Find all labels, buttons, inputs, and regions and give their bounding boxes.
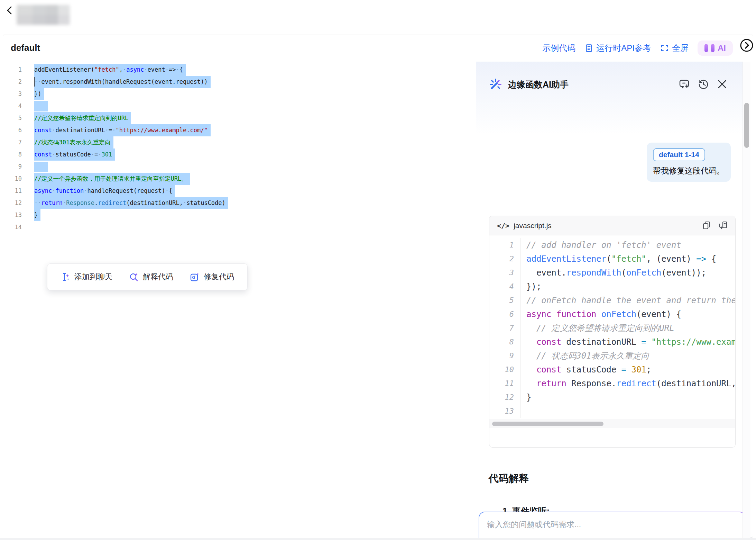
close-assistant-button[interactable] <box>716 78 728 90</box>
line-number[interactable]: 14 <box>3 221 25 233</box>
line-number[interactable]: 4 <box>3 100 25 112</box>
editor-line[interactable]: 13} <box>3 209 476 221</box>
assistant-code-card: </> javascript.js <box>489 216 736 448</box>
text-cursor <box>34 77 35 87</box>
user-message-bubble: default 1-14 帮我修复这段代码。 <box>647 143 731 182</box>
editor-line[interactable]: 1addEventListener("fetch",·async·event·=… <box>3 64 476 76</box>
editor-line[interactable]: 4 <box>3 100 476 112</box>
assistant-scrollbar[interactable] <box>743 62 750 538</box>
top-bar <box>0 0 756 35</box>
document-icon <box>584 44 593 53</box>
ai-badge-bar <box>704 44 708 52</box>
sample-code-link[interactable]: 示例代码 <box>542 43 575 54</box>
new-chat-icon <box>679 78 691 90</box>
line-number[interactable]: 8 <box>3 148 25 161</box>
editor-line[interactable]: 14 <box>3 221 476 233</box>
line-number: 3 <box>489 266 520 280</box>
insert-code-icon <box>718 221 728 230</box>
editor-line[interactable]: 7//状态码301表示永久重定向 <box>3 136 476 148</box>
editor-line[interactable]: 2··event.respondWith(handleRequest(event… <box>3 76 476 88</box>
close-icon <box>716 78 728 90</box>
circle-chevron-right-icon <box>739 38 754 53</box>
editor-line[interactable]: 3}) <box>3 88 476 100</box>
line-number[interactable]: 2 <box>3 76 25 88</box>
redacted-title-block <box>17 5 70 25</box>
line-number[interactable]: 11 <box>3 185 25 197</box>
fullscreen-icon <box>660 44 669 53</box>
new-chat-button[interactable] <box>679 78 691 90</box>
add-to-chat-button[interactable]: 添加到聊天 <box>61 272 112 282</box>
chat-input[interactable] <box>479 512 743 538</box>
back-button[interactable] <box>3 4 16 17</box>
editor-line[interactable]: 8const·statusCode·=·301 <box>3 148 476 161</box>
collapse-panel-button[interactable] <box>739 38 754 53</box>
assistant-code-line: 13 <box>489 404 735 418</box>
line-number[interactable]: 1 <box>3 64 25 76</box>
history-icon <box>698 78 709 90</box>
fix-code-button[interactable]: 修复代码 <box>190 272 234 282</box>
selection-toolbar: 添加到聊天 解释代码 修复代码 <box>47 263 248 290</box>
assistant-code-line: 5// onFetch handle the event and return … <box>489 294 735 307</box>
insert-code-button[interactable] <box>718 221 728 230</box>
fix-code-icon <box>190 272 200 282</box>
explanation-title: 代码解释 <box>489 472 529 486</box>
code-editor[interactable]: 1addEventListener("fetch",·async·event·=… <box>3 62 476 538</box>
line-number: 4 <box>489 280 520 294</box>
ai-assistant-panel: 边缘函数AI助手 <box>476 62 743 538</box>
fullscreen-link[interactable]: 全屏 <box>660 43 689 54</box>
line-number: 10 <box>489 363 520 377</box>
assistant-scrollbar-thumb[interactable] <box>744 103 749 148</box>
add-to-chat-icon <box>61 272 70 282</box>
panel-header: default 示例代码 运行时API参考 全屏 AI <box>3 35 753 61</box>
code-card-body: 1// add handler on 'fetch' event2addEven… <box>489 235 735 428</box>
history-button[interactable] <box>698 78 709 90</box>
function-editor-panel: default 示例代码 运行时API参考 全屏 AI <box>3 35 753 538</box>
line-number[interactable]: 7 <box>3 136 25 148</box>
line-number: 11 <box>489 377 520 390</box>
editor-line[interactable]: 9 <box>3 161 476 173</box>
ai-badge-bar <box>711 44 714 52</box>
copy-code-button[interactable] <box>702 221 711 230</box>
assistant-code-line: 10 const statusCode = 301; <box>489 363 735 377</box>
assistant-code-line: 8 const destinationURL = "https://www.ex… <box>489 335 735 349</box>
code-horizontal-scrollbar[interactable] <box>489 420 735 428</box>
editor-line[interactable]: 12··return·Response.redirect(destination… <box>3 197 476 209</box>
ai-badge[interactable]: AI <box>698 40 733 56</box>
line-number: 6 <box>489 307 520 321</box>
line-number[interactable]: 9 <box>3 161 25 173</box>
explain-code-icon <box>129 272 139 282</box>
editor-line[interactable]: 6const·destinationURL·=·"https://www.exa… <box>3 124 476 136</box>
copy-icon <box>702 221 711 230</box>
code-filename: javascript.js <box>514 222 698 230</box>
line-number[interactable]: 3 <box>3 88 25 100</box>
line-number: 12 <box>489 390 520 404</box>
ai-sparkle-icon <box>489 78 503 91</box>
line-number: 1 <box>489 238 520 252</box>
explain-code-button[interactable]: 解释代码 <box>129 272 173 282</box>
assistant-header: 边缘函数AI助手 <box>489 78 569 91</box>
chevron-left-icon <box>3 4 16 17</box>
code-reference-chip[interactable]: default 1-14 <box>653 148 705 161</box>
line-number[interactable]: 6 <box>3 124 25 136</box>
code-lang-icon: </> <box>497 222 509 230</box>
assistant-actions <box>679 78 728 90</box>
assistant-code-line: 12} <box>489 390 735 404</box>
code-card-header: </> javascript.js <box>489 216 735 235</box>
user-message-text: 帮我修复这段代码。 <box>653 165 725 176</box>
line-number: 7 <box>489 321 520 335</box>
editor-line[interactable]: 11async·function·handleRequest(request)·… <box>3 185 476 197</box>
line-number[interactable]: 10 <box>3 173 25 185</box>
code-card-actions <box>702 221 728 230</box>
line-number[interactable]: 12 <box>3 197 25 209</box>
scrollbar-thumb[interactable] <box>492 422 603 426</box>
assistant-title: 边缘函数AI助手 <box>508 79 569 90</box>
line-number: 9 <box>489 349 520 363</box>
line-number[interactable]: 13 <box>3 209 25 221</box>
assistant-code-lines: 1// add handler on 'fetch' event2addEven… <box>489 235 735 418</box>
runtime-api-link[interactable]: 运行时API参考 <box>584 43 651 54</box>
chat-input-container <box>479 512 743 538</box>
editor-line[interactable]: 10//定义一个异步函数，用于处理请求并重定向至指定URL。 <box>3 173 476 185</box>
editor-line[interactable]: 5//定义您希望将请求重定向到的URL <box>3 112 476 124</box>
assistant-code-line: 11 return Response.redirect(destinationU… <box>489 377 735 390</box>
line-number[interactable]: 5 <box>3 112 25 124</box>
